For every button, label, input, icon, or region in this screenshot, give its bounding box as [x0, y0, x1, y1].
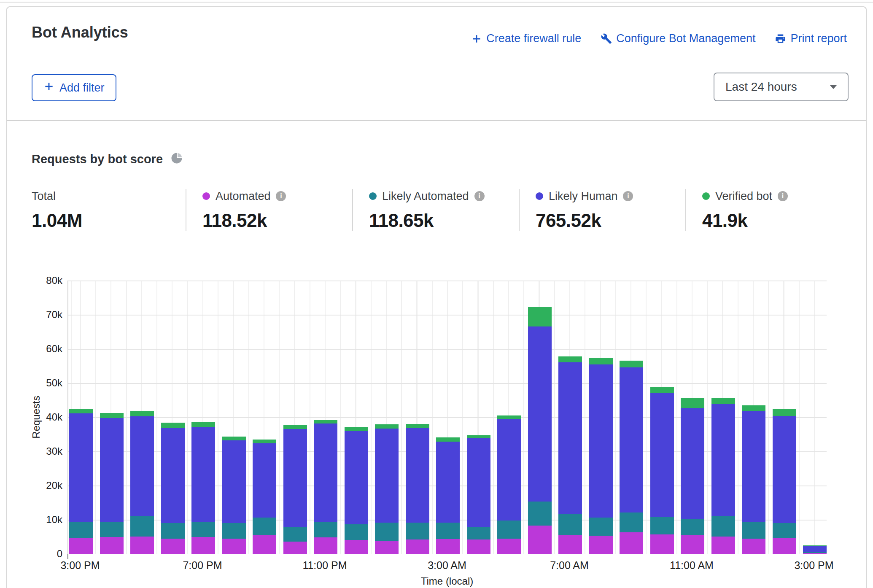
stacked-bar-21[interactable]	[711, 398, 735, 554]
stacked-bar-13[interactable]	[467, 435, 490, 554]
bar-segment-automated	[283, 542, 307, 554]
stacked-bar-24[interactable]	[803, 545, 827, 554]
bar-segment-verified-bot	[406, 424, 429, 428]
time-range-select[interactable]: Last 24 hours	[714, 73, 849, 101]
y-tick-10k: 10k	[17, 514, 62, 526]
bar-segment-likely-human	[253, 443, 276, 518]
stacked-bar-9[interactable]	[345, 427, 368, 554]
bar-segment-automated	[803, 553, 827, 554]
stacked-bar-12[interactable]	[436, 437, 460, 554]
stacked-bar-19[interactable]	[650, 387, 674, 554]
bar-segment-automated	[345, 540, 368, 554]
y-tick-70k: 70k	[17, 309, 62, 321]
bar-segment-automated	[528, 526, 552, 554]
plus-icon	[43, 81, 54, 95]
bar-segment-verified-bot	[283, 425, 307, 429]
stacked-bar-14[interactable]	[497, 415, 521, 554]
bar-segment-automated	[314, 537, 337, 554]
info-icon[interactable]: i	[474, 191, 485, 201]
bar-segment-likely-automated	[773, 523, 796, 538]
info-icon[interactable]: i	[623, 191, 633, 201]
add-filter-button[interactable]: Add filter	[32, 74, 116, 101]
info-icon[interactable]: i	[778, 191, 788, 201]
stacked-bar-3[interactable]	[161, 423, 185, 554]
bar-segment-likely-automated	[345, 524, 368, 540]
info-icon[interactable]: i	[276, 191, 286, 201]
bar-segment-verified-bot	[773, 409, 796, 415]
bar-segment-likely-automated	[100, 522, 124, 537]
bar-segment-likely-automated	[283, 527, 307, 542]
y-tick-0: 0	[17, 548, 62, 560]
x-tick-4: 7:00 AM	[534, 559, 605, 572]
bar-segment-likely-automated	[742, 522, 765, 539]
likely-human-value: 765.52k	[536, 210, 677, 231]
stacked-bar-5[interactable]	[222, 437, 246, 554]
bar-segment-verified-bot	[436, 437, 460, 442]
bar-segment-automated	[406, 539, 429, 554]
bar-segment-likely-human	[222, 440, 246, 523]
configure-bot-management-link[interactable]: Configure Bot Management	[601, 32, 755, 45]
y-tick-40k: 40k	[17, 411, 62, 423]
bar-segment-likely-human	[711, 404, 735, 516]
stacked-bar-0[interactable]	[69, 409, 93, 554]
stacked-bar-11[interactable]	[406, 424, 429, 554]
bar-segment-verified-bot	[589, 358, 613, 364]
wrench-icon	[601, 33, 612, 44]
stacked-bar-22[interactable]	[742, 405, 765, 554]
requests-by-bot-score-chart	[67, 281, 827, 554]
bar-segment-likely-automated	[222, 523, 246, 539]
bar-segment-automated	[100, 537, 124, 554]
x-axis-title: Time (local)	[384, 575, 510, 587]
bar-segment-verified-bot	[314, 420, 337, 424]
stacked-bar-16[interactable]	[558, 356, 582, 554]
stacked-bar-17[interactable]	[589, 358, 613, 554]
bar-segment-verified-bot	[711, 398, 735, 404]
bar-segment-automated	[742, 539, 765, 554]
bar-segment-verified-bot	[222, 437, 246, 440]
stacked-bar-6[interactable]	[253, 440, 276, 554]
bar-segment-likely-automated	[711, 516, 735, 537]
bar-segment-automated	[467, 539, 490, 554]
stacked-bar-15[interactable]	[528, 307, 552, 554]
bar-segment-likely-automated	[650, 517, 674, 534]
header-actions: Create firewall rule Configure Bot Manag…	[471, 32, 847, 45]
bar-segment-automated	[497, 539, 521, 554]
stat-automated: Automatedi118.52k	[186, 189, 352, 231]
stacked-bar-20[interactable]	[681, 398, 704, 554]
section-title: Requests by bot score	[32, 152, 163, 166]
bar-segment-likely-human	[436, 442, 460, 523]
stacked-bar-4[interactable]	[191, 422, 215, 554]
x-axis-origin-tick	[67, 554, 68, 559]
top-divider	[0, 2, 873, 3]
bar-segment-likely-human	[375, 429, 399, 523]
bar-segment-likely-automated	[620, 512, 643, 532]
bar-segment-automated	[620, 532, 643, 554]
x-tick-1: 7:00 PM	[167, 559, 238, 572]
bot-analytics-page: Bot Analytics Create firewall rule Confi…	[0, 0, 873, 588]
bar-segment-likely-automated	[69, 522, 93, 538]
create-firewall-rule-link[interactable]: Create firewall rule	[471, 32, 581, 45]
bar-segment-likely-automated	[681, 519, 704, 535]
bar-segment-verified-bot	[345, 427, 368, 432]
stacked-bar-10[interactable]	[375, 424, 399, 554]
stacked-bar-2[interactable]	[130, 411, 154, 554]
stat-verified-bot: Verified boti41.9k	[685, 189, 850, 231]
stat-likely-automated: Likely Automatedi118.65k	[352, 189, 519, 231]
print-report-link[interactable]: Print report	[775, 32, 847, 45]
stacked-bar-1[interactable]	[100, 413, 124, 554]
stacked-bar-23[interactable]	[773, 409, 796, 554]
bar-segment-likely-automated	[467, 527, 490, 539]
stacked-bar-7[interactable]	[283, 425, 307, 554]
bar-segment-likely-human	[773, 416, 796, 523]
stacked-bar-8[interactable]	[314, 420, 337, 554]
bar-segment-likely-human	[130, 416, 154, 516]
bar-segment-automated	[650, 534, 674, 554]
x-tick-5: 11:00 AM	[656, 559, 728, 572]
y-tick-60k: 60k	[17, 343, 62, 355]
bar-segment-automated	[130, 537, 154, 554]
stacked-bar-18[interactable]	[620, 361, 643, 554]
x-tick-3: 3:00 AM	[411, 559, 483, 572]
bar-segment-likely-automated	[161, 523, 185, 538]
bar-segment-automated	[558, 535, 582, 554]
bar-segment-likely-automated	[558, 514, 582, 535]
